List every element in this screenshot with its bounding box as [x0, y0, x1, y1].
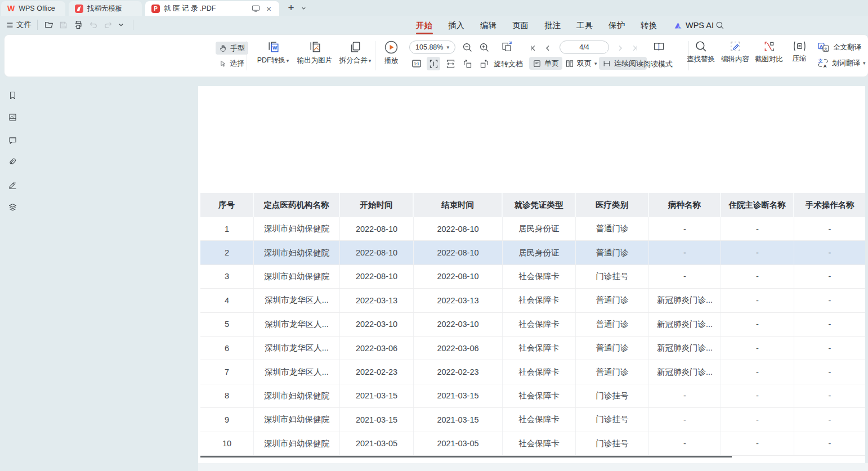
table-cell: 2022-08-10	[340, 265, 414, 288]
bookmark-icon[interactable]	[7, 90, 18, 101]
menu-search-icon[interactable]	[715, 19, 724, 32]
table-cell: 深圳市妇幼保健院	[254, 241, 340, 264]
table-cell: 普通门诊	[576, 360, 649, 383]
fit-page-icon	[428, 59, 439, 69]
rotate-pages-button[interactable]	[500, 40, 514, 53]
table-cell: 门诊挂号	[576, 432, 649, 455]
thumbnail-icon[interactable]	[7, 112, 18, 123]
find-replace-button[interactable]: 查找替换	[685, 40, 717, 64]
table-cell: 门诊挂号	[576, 408, 649, 431]
menu-item-insert[interactable]: 插入	[448, 19, 464, 32]
undo-button[interactable]	[88, 19, 99, 31]
monitor-icon[interactable]	[252, 5, 260, 12]
menu-label: 批注	[544, 20, 561, 31]
pdf-convert-button[interactable]: W PDF转换▾	[252, 40, 294, 65]
table-cell: 2022-02-23	[340, 360, 414, 383]
wps-ai-label: WPS AI	[686, 21, 714, 30]
play-button[interactable]: 播放	[375, 40, 407, 66]
menu-item-convert[interactable]: 转换	[641, 19, 657, 32]
menu-item-page[interactable]: 页面	[512, 19, 529, 32]
wps-ai-button[interactable]: WPS AI	[673, 19, 714, 32]
rotate-doc-text: 旋转文档	[494, 59, 523, 69]
menu-item-protect[interactable]: 保护	[609, 19, 625, 32]
open-file-button[interactable]	[44, 19, 54, 31]
edit-content-icon	[729, 40, 742, 53]
split-merge-button[interactable]: 拆分合并▾	[334, 40, 376, 65]
chevron-down-icon: ▾	[446, 44, 449, 50]
menu-label: 页面	[512, 20, 529, 31]
zoom-out-button[interactable]	[460, 41, 474, 54]
table-cell: -	[721, 337, 794, 360]
menu-label: 工具	[576, 20, 593, 31]
table-cell: 普通门诊	[576, 241, 649, 264]
menu-item-home[interactable]: 开始	[416, 19, 432, 32]
hand-tool-button[interactable]: 手型	[216, 42, 248, 55]
comment-icon[interactable]	[7, 135, 18, 146]
word-translate-button[interactable]: 文A 划词翻译 ▾	[817, 57, 866, 69]
tab-docer-templates[interactable]: 找稻壳模板	[69, 1, 142, 16]
double-page-label: 双页	[577, 59, 592, 69]
compress-label: 压缩	[793, 54, 807, 64]
last-page-button[interactable]	[629, 41, 641, 55]
menu-item-tools[interactable]: 工具	[576, 19, 593, 32]
previous-page-button[interactable]	[542, 41, 553, 55]
table-row: 1深圳市妇幼保健院2022-08-102022-08-10居民身份证普通门诊--…	[200, 217, 865, 241]
pdf-page-canvas[interactable]: 序号定点医药机构名称开始时间结束时间就诊凭证类型医疗类别病种名称住院主诊断名称手…	[198, 86, 865, 463]
table-cell: 深圳市妇幼保健院	[254, 384, 340, 407]
close-tab-icon[interactable]: ×	[265, 4, 273, 14]
full-translate-button[interactable]: A文 全文翻译	[817, 42, 861, 53]
export-image-button[interactable]: 输出为图片	[294, 40, 335, 65]
svg-text:W: W	[272, 46, 277, 51]
read-mode-label[interactable]: 阅读模式	[643, 59, 673, 69]
double-page-button[interactable]: 双页 ▾	[562, 57, 601, 70]
page-number-input[interactable]: 4/4	[560, 41, 609, 54]
select-tool-button[interactable]: 选择	[216, 57, 248, 70]
play-icon	[384, 40, 399, 55]
fit-page-button[interactable]	[427, 57, 440, 70]
single-page-icon	[533, 59, 542, 68]
tab-wps-office[interactable]: W WPS Office	[1, 1, 65, 16]
redo-button[interactable]	[103, 19, 113, 31]
tab-document-pdf[interactable]: P 就 医 记 录 .PDF ×	[145, 1, 279, 16]
tab-list-chevron-icon[interactable]	[298, 0, 308, 16]
table-row: 9深圳市妇幼保健院2021-03-152021-03-15社会保障卡门诊挂号--…	[200, 408, 865, 432]
print-button[interactable]	[73, 19, 83, 31]
horizontal-scrollbar-thumb[interactable]	[200, 456, 732, 457]
records-table-body: 1深圳市妇幼保健院2022-08-102022-08-10居民身份证普通门诊--…	[200, 217, 865, 456]
rotate-right-button[interactable]	[477, 57, 491, 70]
new-tab-button[interactable]: +	[285, 0, 297, 16]
compress-button[interactable]: 压缩	[788, 40, 811, 64]
table-cell: 9	[200, 408, 254, 431]
attachment-icon[interactable]	[7, 157, 18, 168]
zoom-level-combo[interactable]: 105.88% ▾	[409, 41, 455, 54]
menu-item-edit[interactable]: 编辑	[480, 19, 496, 32]
actual-size-button[interactable]: 1:1	[410, 57, 423, 70]
pdf-file-icon: P	[151, 5, 160, 13]
read-mode-icon-button[interactable]	[652, 40, 665, 53]
tab-label: 找稻壳模板	[87, 4, 123, 14]
table-cell: -	[794, 337, 865, 360]
menu-item-annotate[interactable]: 批注	[544, 19, 561, 32]
screenshot-compare-button[interactable]: 截图对比	[753, 40, 785, 64]
next-page-button[interactable]	[615, 41, 626, 55]
quickbar-chevron-icon[interactable]	[118, 19, 124, 31]
continuous-reading-button[interactable]: 连续阅读	[599, 57, 647, 70]
rotate-left-button[interactable]	[460, 57, 474, 70]
rotate-document-label[interactable]: 旋转文档	[494, 59, 523, 69]
zoom-in-button[interactable]	[477, 41, 491, 54]
edit-content-button[interactable]: 编辑内容	[719, 40, 751, 64]
table-cell: 深圳市妇幼保健院	[254, 265, 340, 288]
save-button[interactable]	[59, 19, 68, 31]
layers-icon[interactable]	[7, 202, 18, 213]
signature-icon[interactable]	[7, 180, 18, 190]
split-merge-icon	[348, 40, 363, 54]
table-cell: 2022-08-10	[414, 265, 503, 288]
single-page-button[interactable]: 单页	[529, 57, 562, 70]
page-indicator-value: 4/4	[579, 43, 589, 51]
chevron-down-icon: ▾	[369, 58, 372, 64]
fit-width-button[interactable]	[444, 57, 457, 70]
rotate-left-icon	[462, 59, 473, 69]
table-header-row: 序号定点医药机构名称开始时间结束时间就诊凭证类型医疗类别病种名称住院主诊断名称手…	[200, 193, 865, 217]
file-menu-button[interactable]: 文件	[6, 19, 32, 31]
first-page-button[interactable]	[527, 41, 538, 55]
